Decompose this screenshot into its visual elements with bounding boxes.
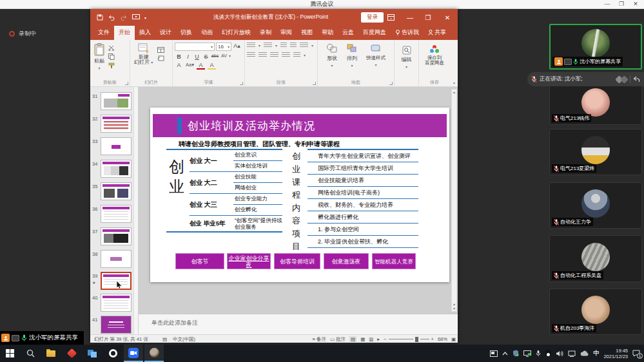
tab-help[interactable]: 帮助 (317, 26, 338, 40)
file-explorer-button[interactable] (41, 345, 61, 362)
action-center-icon[interactable]: 1 (632, 350, 640, 357)
ribbon-display-options-icon[interactable] (383, 9, 398, 26)
editing-button[interactable]: 编辑 ▾ (396, 45, 416, 70)
tab-share[interactable]: 共享 (424, 26, 451, 40)
font-color-icon[interactable]: A (197, 62, 205, 70)
strikethrough-icon[interactable]: S (202, 53, 210, 60)
tab-record[interactable]: 录制 (255, 26, 276, 40)
tray-expand-icon[interactable] (502, 352, 508, 356)
font-dialog-launcher[interactable] (240, 82, 243, 85)
save-icon[interactable] (97, 14, 103, 21)
notes-toggle[interactable]: ≡ 备注 (312, 336, 326, 343)
grow-font-icon[interactable]: A▴ (233, 43, 241, 51)
start-button[interactable] (0, 345, 19, 362)
text-shadow-icon[interactable]: A (175, 62, 183, 70)
arrange-button[interactable]: 排列▾ (344, 43, 360, 68)
participant-tile[interactable]: 电气213夏梁炜 (549, 129, 642, 175)
zoom-slider[interactable]: −+ (384, 336, 434, 342)
tencent-meeting-button[interactable] (124, 345, 143, 362)
tab-cloud[interactable]: 云盘 (338, 26, 358, 40)
tab-home[interactable]: 开始 (114, 26, 135, 40)
ppt-close-button[interactable]: ✕ (440, 9, 455, 26)
minimize-button[interactable]: — (600, 0, 614, 8)
thumbnail-slide-37[interactable]: 37 (90, 227, 139, 248)
thumbnail-slide-41[interactable]: 41 (90, 316, 139, 336)
change-case-icon[interactable]: Aa▾ (186, 62, 194, 70)
event-button-robot-competition[interactable]: 智能机器人竞赛 (372, 253, 416, 269)
slide-sorter-icon[interactable]: ▦ (360, 336, 365, 342)
taskbar-search-button[interactable] (21, 345, 40, 362)
qq-penguin-icon[interactable] (545, 350, 551, 357)
app-blue-squares-button[interactable] (83, 345, 102, 362)
tablet-mode-icon[interactable] (490, 350, 498, 357)
comments-toggle[interactable]: ▭ 批注 (330, 336, 346, 343)
align-right-icon[interactable] (270, 52, 278, 58)
ppt-maximize-button[interactable]: ❐ (420, 9, 436, 26)
spellcheck-icon[interactable]: ▤ (162, 336, 167, 342)
participant-tile[interactable]: 自动化王力争 (549, 182, 642, 229)
qat-more-icon[interactable]: ▾ (144, 15, 146, 20)
event-button-mentor-training[interactable]: 创客导师培训 (274, 253, 320, 269)
tab-review[interactable]: 审阅 (276, 26, 297, 40)
camera-app-button[interactable] (144, 345, 164, 362)
slideshow-view-icon[interactable]: ▸ (377, 336, 380, 342)
paragraph-dialog-launcher[interactable] (313, 82, 316, 85)
tab-animations[interactable]: 动画 (197, 26, 217, 40)
thumbnail-slide-39-selected[interactable]: 39★ (90, 272, 139, 292)
display-status-icon[interactable] (523, 350, 531, 357)
security-shield-icon[interactable] (512, 350, 519, 357)
event-button-idea-night[interactable]: 创意激荡夜 (324, 253, 369, 269)
thumbnail-slide-34[interactable]: 34 (90, 160, 139, 180)
app-red-diamond-button[interactable] (62, 345, 81, 362)
applause-icon[interactable] (620, 75, 629, 84)
thumbnail-slide-40[interactable]: 40 (90, 294, 139, 314)
event-button-makerfest[interactable]: 创客节 (175, 253, 224, 269)
zoom-percent[interactable]: 68% (438, 336, 447, 342)
tab-baidu-netdisk[interactable]: 百度网盘 (358, 26, 391, 40)
thumbnail-slide-35[interactable]: 35 (90, 182, 139, 203)
slide-scrollbar[interactable]: ▴▴▾ (451, 89, 457, 312)
network-icon[interactable] (568, 350, 576, 357)
align-left-icon[interactable] (247, 52, 255, 58)
underline-icon[interactable]: U (193, 53, 201, 60)
font-size-combobox[interactable]: 16▾ (216, 43, 231, 51)
cloud-icon[interactable] (580, 350, 589, 356)
reading-view-icon[interactable]: ▥ (369, 336, 373, 342)
app-ring-button[interactable] (103, 345, 122, 362)
indent-less-icon[interactable] (280, 43, 287, 48)
language-status[interactable]: 中文(中国) (173, 336, 195, 343)
tab-view[interactable]: 视图 (297, 26, 317, 40)
tab-file[interactable]: 文件 (93, 26, 114, 40)
tab-insert[interactable]: 插入 (135, 26, 155, 40)
volume-icon[interactable] (556, 350, 563, 357)
notes-pane[interactable]: 单击此处添加备注 (139, 314, 458, 334)
thumbnail-scrollbar[interactable] (133, 87, 138, 334)
participant-tile-screen-share[interactable]: 沈小军的屏幕共享 (549, 24, 642, 70)
tab-slideshow[interactable]: 幻灯片放映 (217, 26, 255, 40)
justify-icon[interactable] (282, 52, 290, 58)
collapse-ribbon-icon[interactable]: ▴ (453, 80, 455, 84)
text-direction-icon[interactable]: ▾ (304, 53, 306, 57)
clipboard-dialog-launcher[interactable] (125, 82, 128, 85)
shapes-button[interactable]: 形状▾ (324, 43, 340, 68)
participant-tile[interactable]: 机自203季海洋 (549, 289, 642, 335)
thumbnail-slide-32[interactable]: 32 (90, 115, 139, 135)
fit-slide-icon[interactable]: ▣ (451, 336, 456, 342)
clock[interactable]: 19:45 2021/12/23 (603, 348, 628, 359)
columns-icon[interactable] (293, 52, 300, 58)
tab-transitions[interactable]: 切换 (176, 26, 197, 40)
font-name-combobox[interactable]: ▾ (175, 43, 215, 51)
copy-icon[interactable] (108, 53, 115, 60)
align-center-icon[interactable] (259, 52, 267, 58)
cut-icon[interactable] (108, 45, 115, 51)
event-button-entrepreneur-night[interactable]: 企业家创业分享夜 (227, 253, 271, 269)
restore-button[interactable]: ❐ (614, 0, 629, 8)
thumbnail-slide-36[interactable]: 36 (90, 205, 139, 225)
line-spacing-icon[interactable] (300, 43, 308, 48)
normal-view-icon[interactable]: ▤ (349, 336, 356, 342)
indent-more-icon[interactable] (290, 43, 297, 48)
drawing-dialog-launcher[interactable] (389, 82, 393, 85)
char-spacing-icon[interactable]: AV (220, 53, 228, 60)
highlight-color-icon[interactable]: A (208, 62, 216, 70)
login-button[interactable]: 登录 (361, 12, 384, 23)
